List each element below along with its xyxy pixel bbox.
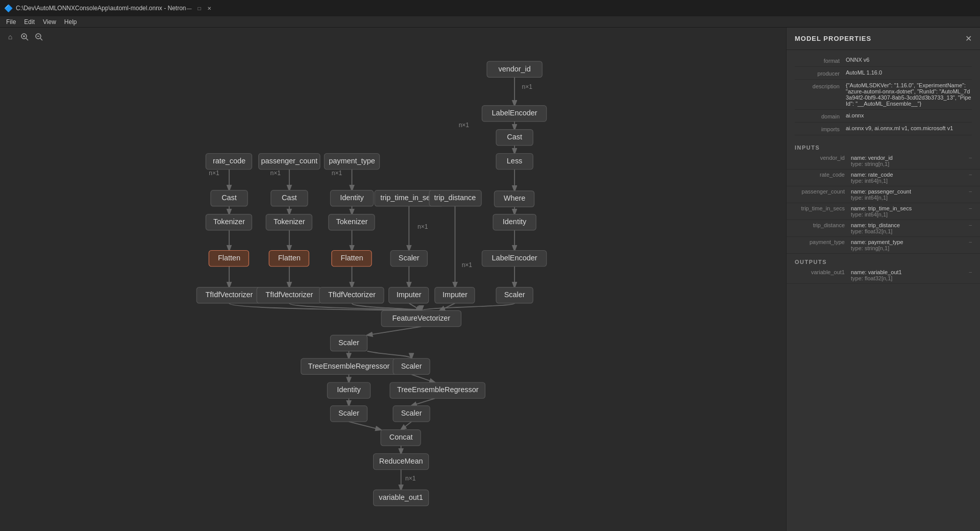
input-details-rate-code: name: rate_code type: int64[n,1] (851, 172, 967, 184)
edge-label: n×1 (522, 83, 533, 90)
graph-canvas[interactable]: ⌂ (0, 28, 786, 531)
input-name-rate-code: rate_code (795, 172, 851, 184)
zoom-out-button[interactable] (33, 31, 45, 43)
domain-value: ai.onnx (846, 112, 972, 118)
title-text: C:\Dev\AutoMLONNXConsoleApp\automl-model… (16, 5, 186, 12)
input-arrow: – (967, 155, 972, 167)
format-value: ONNX v6 (846, 57, 972, 63)
home-button[interactable]: ⌂ (4, 31, 16, 43)
node-label-payment-type: payment_type (329, 157, 375, 165)
sidebar-title: MODEL PROPERTIES (795, 35, 871, 42)
menu-help[interactable]: Help (60, 17, 81, 27)
edge (401, 422, 411, 430)
node-label-tokenizer3: Tokenizer (336, 218, 368, 226)
domain-label: domain (795, 112, 846, 119)
input-arrow: – (967, 172, 972, 184)
input-type-line: type: int64[n,1] (851, 195, 967, 201)
input-arrow: – (967, 188, 972, 201)
node-label-trip-distance: trip_distance (434, 194, 476, 202)
input-payment-type[interactable]: payment_type name: payment_type type: st… (787, 237, 980, 254)
edge (439, 303, 455, 310)
input-trip-distance[interactable]: trip_distance name: trip_distance type: … (787, 220, 980, 237)
description-row: description {"AutoMLSDKVer": "1.16.0", "… (795, 80, 972, 110)
input-name-line: name: rate_code (851, 172, 967, 178)
sidebar: MODEL PROPERTIES ✕ format ONNX v6 produc… (786, 28, 980, 531)
output-name-variable-out1: variable_out1 (795, 269, 851, 281)
edge (411, 374, 435, 382)
imports-label: imports (795, 125, 846, 132)
window-controls: — □ ✕ (186, 5, 212, 11)
node-label-scaler2: Scaler (399, 254, 420, 262)
input-name-vendor-id: vendor_id (795, 155, 851, 167)
output-arrow: – (967, 269, 972, 281)
description-value: {"AutoMLSDKVer": "1.16.0", "ExperimentNa… (846, 82, 972, 107)
node-label-rate-code: rate_code (213, 157, 246, 165)
input-details-vendor-id: name: vendor_id type: string[n,1] (851, 155, 967, 167)
node-label-vendor-id: vendor_id (498, 65, 530, 73)
node-label-variable-out1: variable_out1 (379, 493, 423, 501)
producer-row: producer AutoML 1.16.0 (795, 67, 972, 80)
menu-edit[interactable]: Edit (20, 17, 39, 27)
node-label-tokenizer1: Tokenizer (213, 218, 245, 226)
node-label-cast3: Cast (282, 194, 297, 202)
inputs-section-title: INPUTS (787, 139, 980, 153)
edge (411, 398, 435, 405)
input-type-line: type: int64[n,1] (851, 211, 967, 218)
svg-line-5 (40, 38, 42, 40)
input-type-line: type: string[n,1] (851, 245, 967, 251)
sidebar-header: MODEL PROPERTIES ✕ (787, 28, 980, 50)
sidebar-close-button[interactable]: ✕ (965, 34, 972, 43)
node-label-scaler3: Scaler (338, 339, 359, 347)
input-name-passenger-count: passenger_count (795, 188, 851, 201)
node-label-tfidf2: TfIdfVectorizer (265, 291, 313, 299)
format-label: format (795, 57, 846, 64)
zoom-in-button[interactable] (18, 31, 31, 43)
input-vendor-id[interactable]: vendor_id name: vendor_id type: string[n… (787, 153, 980, 170)
node-label-where1: Where (504, 194, 525, 202)
menubar: File Edit View Help (0, 16, 980, 28)
input-passenger-count[interactable]: passenger_count name: passenger_count ty… (787, 186, 980, 203)
input-rate-code[interactable]: rate_code name: rate_code type: int64[n,… (787, 170, 980, 186)
node-label-identity1: Identity (503, 218, 527, 226)
menu-view[interactable]: View (39, 17, 60, 27)
node-label-tree2: TreeEnsembleRegressor (397, 385, 479, 394)
input-details-trip-time: name: trip_time_in_secs type: int64[n,1] (851, 205, 967, 218)
producer-value: AutoML 1.16.0 (846, 69, 972, 76)
input-details-payment-type: name: payment_type type: string[n,1] (851, 239, 967, 251)
node-label-scaler6: Scaler (401, 409, 422, 417)
node-label-identity2: Identity (340, 194, 364, 202)
input-name-line: name: trip_time_in_secs (851, 205, 967, 211)
close-button[interactable]: ✕ (206, 5, 212, 11)
input-name-line: name: payment_type (851, 239, 967, 245)
node-label-flatten1: Flatten (218, 254, 240, 262)
edge (421, 303, 514, 310)
main-layout: ⌂ (0, 28, 980, 531)
input-name-trip-distance: trip_distance (795, 222, 851, 234)
outputs-section-title: OUTPUTS (787, 254, 980, 267)
outputs-section: variable_out1 name: variable_out1 type: … (787, 267, 980, 284)
format-row: format ONNX v6 (795, 54, 972, 67)
output-details-variable-out1: name: variable_out1 type: float32[n,1] (851, 269, 967, 281)
node-label-cast2: Cast (222, 194, 237, 202)
input-name-line: name: vendor_id (851, 155, 967, 161)
imports-value: ai.onnx v9, ai.onnx.ml v1, com.microsoft… (846, 125, 972, 131)
producer-label: producer (795, 69, 846, 77)
edge-label: n×1 (209, 170, 219, 177)
node-label-imputer1: Imputer (397, 291, 422, 299)
edge-label: n×1 (332, 170, 342, 177)
node-label-feature-vectorizer: FeatureVectorizer (392, 314, 450, 322)
input-details-trip-distance: name: trip_distance type: float32[n,1] (851, 222, 967, 234)
maximize-button[interactable]: □ (196, 5, 202, 11)
input-name-line: name: passenger_count (851, 188, 967, 195)
minimize-button[interactable]: — (186, 5, 192, 11)
edge (349, 422, 381, 430)
node-label-flatten2: Flatten (278, 254, 301, 262)
node-label-flatten3: Flatten (340, 254, 363, 262)
titlebar: 🔷 C:\Dev\AutoMLONNXConsoleApp\automl-mod… (0, 0, 980, 16)
menu-file[interactable]: File (2, 17, 20, 27)
title-icon: 🔷 (4, 4, 13, 12)
node-label-scaler4: Scaler (401, 362, 422, 370)
input-trip-time[interactable]: trip_time_in_secs name: trip_time_in_sec… (787, 203, 980, 220)
node-label-tokenizer2: Tokenizer (274, 218, 305, 226)
output-variable-out1[interactable]: variable_out1 name: variable_out1 type: … (787, 267, 980, 284)
